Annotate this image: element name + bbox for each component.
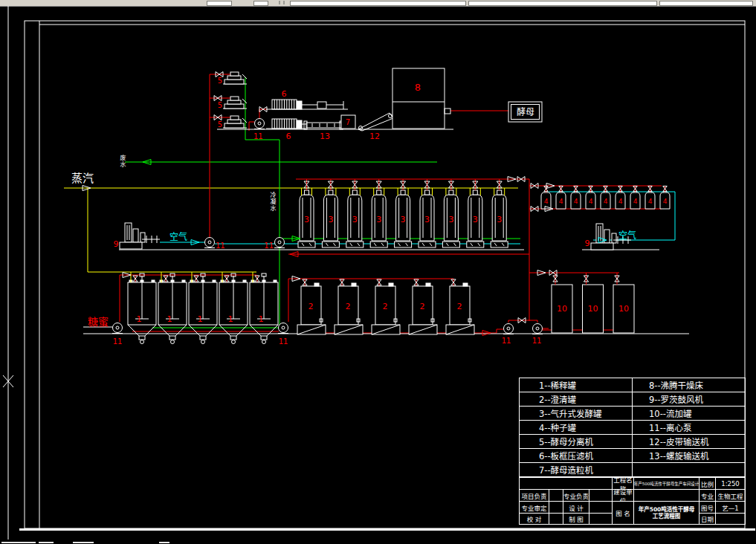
cad-application-window: 3333333334444444441111122222101010555661… <box>0 0 756 544</box>
legend-item: 13--螺旋输送机 <box>633 449 745 463</box>
fermenter-nozzle <box>352 190 357 195</box>
title-block: 工程名称 年产500吨活性干酵母生产车间设计 比例 1:250 项目负责 专业负… <box>519 477 746 525</box>
tank-outlet <box>169 336 175 340</box>
tank-rim-nozzle <box>352 283 356 286</box>
yeast-separator <box>224 123 244 128</box>
check-label: 校 对 <box>520 514 549 524</box>
pump-symbol <box>205 238 215 247</box>
drawing-name-line1: 年产500吨活性干酵母 <box>639 506 695 513</box>
statusbar-text-sliver <box>73 542 94 543</box>
equipment-number-label: 3 <box>448 215 453 224</box>
equipment-number-label: 11 <box>264 242 274 250</box>
drawing-name-label: 图 名 <box>613 502 634 524</box>
drawing-name-value: 年产500吨活性干酵母 工艺流程图 <box>634 502 700 524</box>
owner-label: 建设单位 <box>613 490 634 502</box>
equipment-number-label: 4 <box>544 198 549 205</box>
equipment-number-label: 9 <box>585 239 590 248</box>
equipment-number-label: 4 <box>648 198 653 205</box>
equipment-number-label: 1 <box>198 314 203 324</box>
project-lead-label: 项目负责 <box>520 490 549 502</box>
tank-outlet <box>230 336 236 340</box>
dilution-tank <box>128 325 139 336</box>
air-filter-column <box>140 233 145 242</box>
blower-body <box>120 242 142 249</box>
filter-press-plate <box>297 101 302 109</box>
equipment-number-label: 11 <box>216 242 225 250</box>
equipment-number-label: 10 <box>588 304 598 314</box>
legend-item: 10--流加罐 <box>633 407 745 421</box>
equipment-number-label: 13 <box>320 132 330 141</box>
dilution-tank <box>236 325 248 336</box>
fermenter-nozzle <box>473 190 477 195</box>
tank-rim-nozzle <box>463 283 468 286</box>
major-review-value <box>549 502 563 514</box>
filter-press-plate <box>297 120 302 129</box>
statusbar-text-sliver <box>159 542 169 543</box>
dilution-tank <box>250 325 261 336</box>
pump-symbol <box>275 238 285 247</box>
drawing-no-value: 艺—1 <box>716 502 745 514</box>
major-label: 专业 <box>700 490 716 502</box>
equipment-number-label: 6 <box>286 132 291 141</box>
fermenter-base <box>346 242 364 247</box>
equipment-number-label: 2 <box>346 302 351 311</box>
fermenter-nozzle <box>329 190 333 195</box>
equipment-number-label: 2 <box>457 302 462 311</box>
equipment-number-label: 3 <box>352 215 358 224</box>
legend-item: 5--酵母分离机 <box>520 435 633 449</box>
equipment-number-label: 11 <box>279 337 288 346</box>
tank-outlet <box>201 340 205 344</box>
yeast-separator <box>242 118 247 123</box>
scale-value: 1:250 <box>716 478 745 490</box>
draft-value <box>589 514 613 524</box>
dilution-tank <box>158 325 169 336</box>
legend-item: 7--酵母造粒机 <box>520 463 633 476</box>
legend-item <box>633 463 745 476</box>
project-name-value: 年产500吨活性干酵母生产车间设计 <box>634 478 700 490</box>
legend-item: 4--种子罐 <box>520 421 633 435</box>
pump-symbol <box>255 119 265 129</box>
owner-value <box>634 490 700 502</box>
tank-outlet <box>261 336 267 340</box>
equipment-number-label: 5 <box>218 101 222 109</box>
equipment-number-label: 10 <box>557 304 567 314</box>
fermenter-nozzle <box>401 190 405 195</box>
equipment-number-label: 4 <box>633 198 638 205</box>
equipment-number-label: 1 <box>228 314 233 324</box>
drawing-name-line2: 工艺流程图 <box>653 513 681 519</box>
steam-label: 蒸汽 <box>71 172 94 185</box>
fermenter-nozzle <box>449 190 453 195</box>
major-lead-value <box>589 490 613 502</box>
fermenter-nozzle <box>305 190 309 195</box>
design-value <box>589 502 613 514</box>
equipment-number-label: 4 <box>663 198 668 205</box>
equipment-number-label: 1 <box>259 314 264 324</box>
yeast-separator <box>230 97 239 100</box>
yeast-separator <box>224 80 244 84</box>
yeast-separator <box>224 104 244 109</box>
equipment-number-label: 4 <box>574 198 578 205</box>
equipment-number-label: 7 <box>346 118 350 126</box>
check-value <box>549 514 563 524</box>
major-review-label: 专业审定 <box>520 502 549 514</box>
project-name-label: 工程名称 <box>613 478 634 490</box>
dilution-tank <box>189 325 200 336</box>
equipment-number-label: 11 <box>113 337 123 346</box>
project-lead-value <box>549 490 563 502</box>
equipment-number-label: 3 <box>473 215 478 224</box>
equipment-number-label: 4 <box>604 198 608 205</box>
tank-rim-nozzle <box>389 283 393 286</box>
air-filter-column <box>133 229 138 242</box>
equipment-number-label: 4 <box>589 198 593 205</box>
equipment-number-label: 2 <box>383 302 388 311</box>
pump-symbol <box>533 324 543 334</box>
tank-outlet <box>262 340 266 344</box>
title-block-blank <box>520 478 613 490</box>
tank-rim-nozzle <box>426 283 430 286</box>
legend-item: 6--板框压滤机 <box>520 449 633 463</box>
tank-outlet <box>139 336 145 340</box>
equipment-number-label: 3 <box>376 215 381 224</box>
equipment-number-label: 4 <box>559 198 563 205</box>
scale-label: 比例 <box>700 478 716 490</box>
equipment-number-label: 3 <box>497 215 502 224</box>
